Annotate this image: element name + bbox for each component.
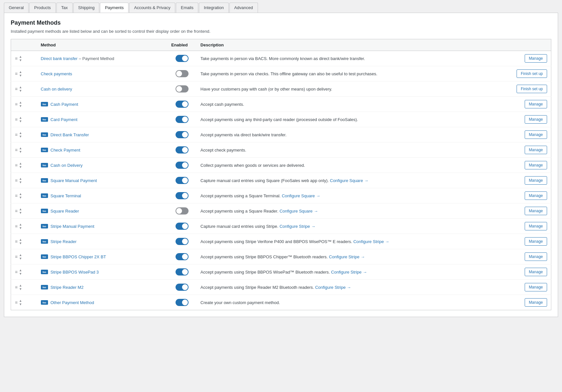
drag-icon[interactable]: ≡ [15, 71, 18, 76]
tab-shipping[interactable]: Shipping [73, 3, 100, 13]
method-name-link[interactable]: Square Terminal [51, 193, 81, 198]
arrow-up-icon[interactable]: ▲ [19, 131, 22, 135]
manage-button[interactable]: Manage [525, 146, 547, 154]
toggle-switch[interactable] [176, 116, 189, 123]
arrow-up-icon[interactable]: ▲ [19, 147, 22, 150]
drag-icon[interactable]: ≡ [15, 254, 18, 259]
drag-icon[interactable]: ≡ [15, 117, 18, 122]
toggle-switch[interactable] [176, 192, 189, 199]
method-name-link[interactable]: Check payments [41, 71, 72, 76]
arrow-up-icon[interactable]: ▲ [19, 55, 22, 58]
manage-button[interactable]: Manage [525, 100, 547, 108]
configure-link[interactable]: Configure Square → [279, 209, 318, 214]
drag-icon[interactable]: ≡ [15, 86, 18, 92]
configure-link[interactable]: Configure Stripe → [331, 270, 367, 275]
drag-icon[interactable]: ≡ [15, 132, 18, 137]
drag-icon[interactable]: ≡ [15, 300, 18, 305]
arrow-up-icon[interactable]: ▲ [19, 208, 22, 211]
toggle-switch[interactable] [176, 85, 189, 92]
drag-icon[interactable]: ≡ [15, 224, 18, 229]
arrow-up-icon[interactable]: ▲ [19, 162, 22, 165]
tab-products[interactable]: Products [29, 3, 55, 13]
drag-icon[interactable]: ≡ [15, 239, 18, 244]
toggle-switch[interactable] [176, 284, 189, 291]
drag-icon[interactable]: ≡ [15, 285, 18, 290]
drag-icon[interactable]: ≡ [15, 56, 18, 61]
arrow-up-icon[interactable]: ▲ [19, 223, 22, 226]
arrow-up-icon[interactable]: ▲ [19, 284, 22, 287]
toggle-switch[interactable] [176, 101, 189, 108]
arrow-down-icon[interactable]: ▼ [19, 150, 22, 153]
arrow-up-icon[interactable]: ▲ [19, 116, 22, 119]
manage-button[interactable]: Manage [525, 130, 547, 139]
method-name-link[interactable]: Stripe Manual Payment [51, 224, 94, 229]
method-name-link[interactable]: Direct Bank Transfer [51, 132, 89, 137]
arrow-up-icon[interactable]: ▲ [19, 253, 22, 257]
toggle-switch[interactable] [176, 223, 189, 230]
manage-button[interactable]: Manage [525, 115, 547, 124]
method-name-link[interactable]: Cash on Delivery [51, 163, 83, 168]
finish-setup-button[interactable]: Finish set up [517, 69, 547, 78]
manage-button[interactable]: Manage [525, 283, 547, 291]
tab-emails[interactable]: Emails [176, 3, 198, 13]
drag-icon[interactable]: ≡ [15, 178, 18, 183]
toggle-switch[interactable] [176, 299, 189, 306]
arrow-up-icon[interactable]: ▲ [19, 70, 22, 74]
configure-link[interactable]: Configure Stripe → [315, 285, 351, 290]
arrow-up-icon[interactable]: ▲ [19, 299, 22, 302]
toggle-switch[interactable] [176, 207, 189, 214]
drag-icon[interactable]: ≡ [15, 193, 18, 198]
arrow-down-icon[interactable]: ▼ [19, 211, 22, 214]
arrow-up-icon[interactable]: ▲ [19, 101, 22, 104]
method-name-link[interactable]: Square Manual Payment [51, 178, 97, 183]
method-name-link[interactable]: Square Reader [51, 209, 79, 214]
toggle-switch[interactable] [176, 253, 189, 260]
method-name-link[interactable]: Stripe BBPOS WisePad 3 [51, 270, 99, 275]
arrow-down-icon[interactable]: ▼ [19, 272, 22, 276]
arrow-up-icon[interactable]: ▲ [19, 238, 22, 241]
tab-accounts-privacy[interactable]: Accounts & Privacy [129, 3, 175, 13]
configure-link[interactable]: Configure Square → [330, 178, 369, 183]
finish-setup-button[interactable]: Finish set up [517, 85, 547, 93]
tab-tax[interactable]: Tax [56, 3, 73, 13]
manage-button[interactable]: Manage [525, 161, 547, 169]
manage-button[interactable]: Manage [525, 237, 547, 246]
method-name-link[interactable]: Cash Payment [51, 102, 78, 107]
drag-icon[interactable]: ≡ [15, 102, 18, 107]
tab-integration[interactable]: Integration [199, 3, 228, 13]
arrow-down-icon[interactable]: ▼ [19, 181, 22, 184]
manage-button[interactable]: Manage [525, 222, 547, 230]
manage-button[interactable]: Manage [525, 207, 547, 215]
configure-link[interactable]: Configure Stripe → [329, 254, 365, 259]
toggle-switch[interactable] [176, 268, 189, 276]
method-name-link[interactable]: Direct bank transfer [41, 56, 78, 61]
arrow-down-icon[interactable]: ▼ [19, 120, 22, 123]
arrow-down-icon[interactable]: ▼ [19, 104, 22, 108]
tab-advanced[interactable]: Advanced [229, 3, 258, 13]
arrow-up-icon[interactable]: ▲ [19, 269, 22, 272]
arrow-down-icon[interactable]: ▼ [19, 74, 22, 77]
tab-general[interactable]: General [4, 3, 29, 13]
arrow-up-icon[interactable]: ▲ [19, 86, 22, 89]
manage-button[interactable]: Manage [525, 191, 547, 200]
method-name-link[interactable]: Stripe Reader M2 [51, 285, 84, 290]
method-name-link[interactable]: Check Payment [51, 148, 80, 153]
manage-button[interactable]: Manage [525, 298, 547, 307]
arrow-down-icon[interactable]: ▼ [19, 242, 22, 245]
drag-icon[interactable]: ≡ [15, 163, 18, 168]
manage-button[interactable]: Manage [525, 252, 547, 261]
toggle-switch[interactable] [176, 238, 189, 245]
manage-button[interactable]: Manage [525, 176, 547, 185]
arrow-down-icon[interactable]: ▼ [19, 89, 22, 92]
method-name-link[interactable]: Cash on delivery [41, 87, 72, 92]
toggle-switch[interactable] [176, 177, 189, 184]
arrow-up-icon[interactable]: ▲ [19, 177, 22, 180]
arrow-down-icon[interactable]: ▼ [19, 165, 22, 169]
arrow-down-icon[interactable]: ▼ [19, 257, 22, 260]
arrow-down-icon[interactable]: ▼ [19, 288, 22, 291]
arrow-down-icon[interactable]: ▼ [19, 227, 22, 230]
method-name-link[interactable]: Stripe Reader [51, 239, 77, 244]
toggle-switch[interactable] [176, 55, 189, 62]
manage-button[interactable]: Manage [525, 54, 547, 63]
arrow-down-icon[interactable]: ▼ [19, 59, 22, 62]
